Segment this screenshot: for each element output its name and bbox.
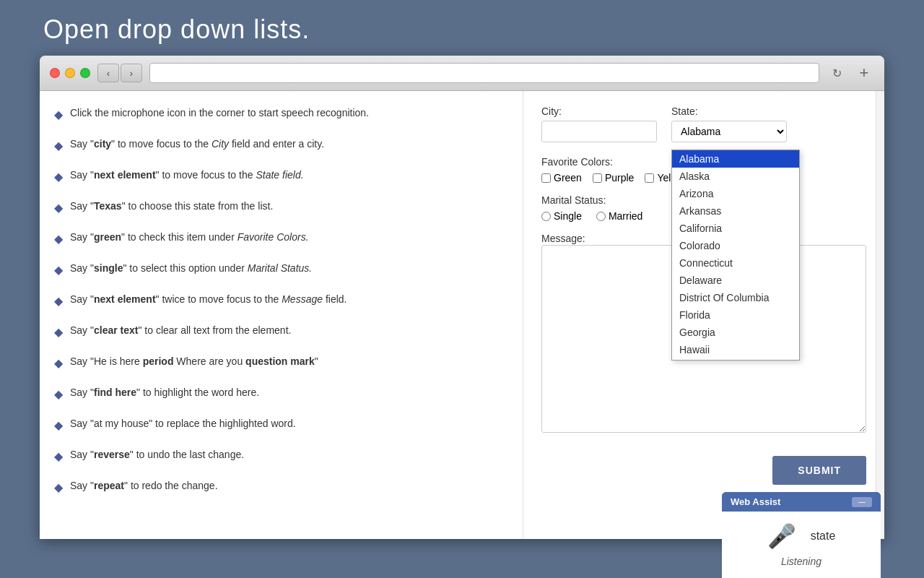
dropdown-item-georgia[interactable]: Georgia: [672, 324, 799, 341]
color-purple-item: Purple: [593, 172, 634, 184]
browser-content: ◆Click the microphone icon in the corner…: [40, 91, 884, 539]
diamond-icon: ◆: [54, 168, 63, 186]
right-scrollbar[interactable]: [876, 91, 884, 539]
diamond-icon: ◆: [54, 262, 63, 279]
minimize-traffic-light[interactable]: [65, 68, 75, 78]
microphone-icon[interactable]: 🎤: [767, 522, 796, 550]
submit-button[interactable]: SUBMIT: [772, 456, 866, 485]
instruction-text-9: Say "He is here period Where are you que…: [70, 354, 318, 369]
instruction-text-8: Say "clear text" to clear all text from …: [70, 323, 291, 338]
nav-buttons: ‹ ›: [97, 64, 142, 82]
web-assist-title: Web Assist: [731, 496, 780, 507]
instruction-item-2: ◆Say "city" to move focus to the City fi…: [54, 137, 505, 155]
marital-married-item: Married: [596, 210, 642, 222]
diamond-icon: ◆: [54, 355, 63, 372]
address-bar[interactable]: [149, 63, 819, 83]
instruction-text-2: Say "city" to move focus to the City fie…: [70, 137, 324, 152]
state-dropdown-list: AlabamaAlaskaArizonaArkansasCaliforniaCo…: [672, 150, 799, 360]
instruction-text-10: Say "find here" to highlight the word he…: [70, 385, 259, 400]
color-green-item: Green: [541, 172, 582, 184]
diamond-icon: ◆: [54, 324, 63, 341]
city-label: City:: [541, 105, 657, 117]
diamond-icon: ◆: [54, 106, 63, 124]
back-button[interactable]: ‹: [97, 64, 119, 82]
instruction-text-13: Say "repeat" to redo the change.: [70, 478, 218, 493]
state-dropdown-overlay: AlabamaAlaskaArizonaArkansasCaliforniaCo…: [671, 150, 800, 361]
dropdown-item-arkansas[interactable]: Arkansas: [672, 202, 799, 220]
instruction-text-11: Say "at my house" to replace the highlig…: [70, 416, 296, 431]
instruction-item-5: ◆Say "green" to check this item under Fa…: [54, 230, 505, 248]
marital-single-item: Single: [541, 210, 582, 222]
marital-label: Marital Status:: [541, 194, 606, 206]
dropdown-item-idaho[interactable]: Idaho: [672, 358, 799, 360]
city-group: City:: [541, 105, 657, 142]
diamond-icon: ◆: [54, 199, 63, 217]
colors-label: Favorite Colors:: [541, 156, 613, 168]
diamond-icon: ◆: [54, 386, 63, 403]
instruction-item-3: ◆Say "next element" to move focus to the…: [54, 168, 505, 186]
browser-window: ‹ › ↻ + ◆Click the microphone icon in th…: [40, 56, 884, 539]
new-tab-button[interactable]: +: [854, 63, 874, 83]
color-green-checkbox[interactable]: [541, 173, 551, 183]
mic-container: 🎤 state: [767, 522, 836, 550]
web-assist-panel: Web Assist — 🎤 state Listening: [722, 492, 881, 578]
form-panel: City: State: AlabamaAlaskaArizonaArkansa…: [523, 91, 884, 539]
instruction-item-4: ◆Say "Texas" to choose this state from t…: [54, 199, 505, 217]
marital-single-radio[interactable]: [541, 212, 551, 221]
instruction-text-4: Say "Texas" to choose this state from th…: [70, 199, 273, 214]
web-assist-body: 🎤 state Listening: [722, 512, 881, 578]
instruction-text-6: Say "single" to select this option under…: [70, 261, 312, 276]
traffic-lights: [50, 68, 90, 78]
color-green-label: Green: [554, 172, 582, 184]
marital-married-radio[interactable]: [596, 212, 606, 221]
maximize-traffic-light[interactable]: [80, 68, 90, 78]
web-assist-minimize-button[interactable]: —: [852, 497, 872, 507]
city-input[interactable]: [541, 121, 657, 142]
instruction-item-11: ◆Say "at my house" to replace the highli…: [54, 416, 505, 434]
voice-text: state: [811, 530, 836, 543]
instruction-item-8: ◆Say "clear text" to clear all text from…: [54, 323, 505, 341]
instruction-item-6: ◆Say "single" to select this option unde…: [54, 261, 505, 279]
state-select-container: AlabamaAlaskaArizonaArkansasCaliforniaCo…: [671, 121, 787, 142]
message-label: Message:: [541, 233, 585, 244]
page-title: Open drop down lists.: [0, 0, 924, 56]
dropdown-item-arizona[interactable]: Arizona: [672, 185, 799, 202]
dropdown-item-florida[interactable]: Florida: [672, 306, 799, 324]
dropdown-item-california[interactable]: California: [672, 220, 799, 237]
dropdown-item-district-of-columbia[interactable]: District Of Columbia: [672, 289, 799, 306]
state-select[interactable]: AlabamaAlaskaArizonaArkansasCaliforniaCo…: [671, 121, 787, 142]
close-traffic-light[interactable]: [50, 68, 60, 78]
dropdown-item-hawaii[interactable]: Hawaii: [672, 341, 799, 358]
instruction-item-10: ◆Say "find here" to highlight the word h…: [54, 385, 505, 403]
marital-married-label: Married: [609, 210, 642, 222]
instruction-text-12: Say "reverse" to undo the last change.: [70, 447, 244, 462]
color-purple-checkbox[interactable]: [593, 173, 602, 183]
color-yellow-checkbox[interactable]: [645, 173, 654, 183]
instruction-item-12: ◆Say "reverse" to undo the last change.: [54, 447, 505, 465]
color-purple-label: Purple: [605, 172, 634, 184]
dropdown-item-colorado[interactable]: Colorado: [672, 237, 799, 254]
forward-button[interactable]: ›: [121, 64, 142, 82]
instruction-item-7: ◆Say "next element" twice to move focus …: [54, 292, 505, 310]
diamond-icon: ◆: [54, 293, 63, 310]
browser-toolbar: ‹ › ↻ +: [40, 56, 884, 91]
marital-single-label: Single: [554, 210, 582, 222]
instructions-panel: ◆Click the microphone icon in the corner…: [40, 91, 523, 539]
diamond-icon: ◆: [54, 230, 63, 248]
dropdown-item-delaware[interactable]: Delaware: [672, 272, 799, 289]
instruction-item-13: ◆Say "repeat" to redo the change.: [54, 478, 505, 496]
reload-button[interactable]: ↻: [827, 63, 847, 83]
instruction-item-9: ◆Say "He is here period Where are you qu…: [54, 354, 505, 372]
diamond-icon: ◆: [54, 479, 63, 496]
dropdown-item-alaska[interactable]: Alaska: [672, 168, 799, 185]
diamond-icon: ◆: [54, 137, 63, 155]
listening-status: Listening: [781, 556, 821, 567]
web-assist-header: Web Assist —: [722, 492, 881, 512]
color-yellow-item: Yell: [645, 172, 673, 184]
instruction-text-3: Say "next element" to move focus to the …: [70, 168, 304, 183]
dropdown-item-alabama[interactable]: Alabama: [672, 150, 799, 168]
page-container: Open drop down lists. ‹ › ↻ + ◆Click the…: [0, 0, 924, 539]
dropdown-item-connecticut[interactable]: Connecticut: [672, 254, 799, 272]
instruction-text-1: Click the microphone icon in the corner …: [70, 105, 369, 121]
instruction-text-7: Say "next element" twice to move focus t…: [70, 292, 346, 307]
